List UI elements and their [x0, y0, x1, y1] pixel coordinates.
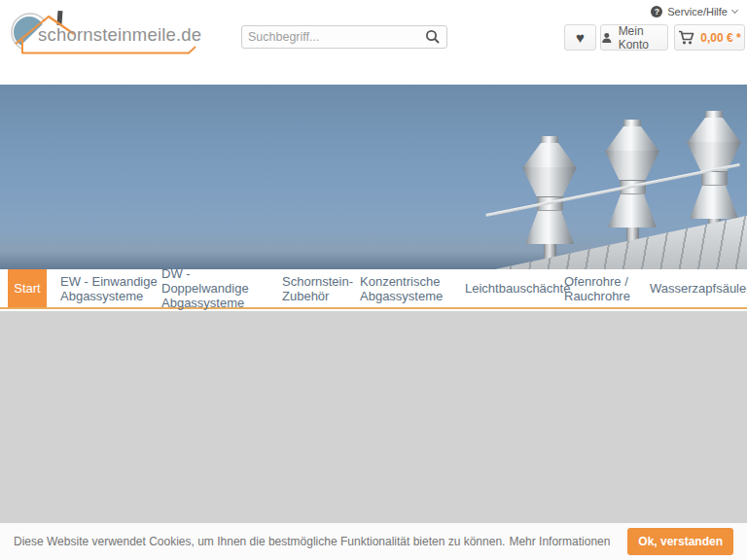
- cookie-message: Diese Website verwendet Cookies, um Ihne…: [14, 535, 505, 548]
- service-help-menu[interactable]: ? Service/Hilfe: [651, 6, 737, 18]
- nav-item-start[interactable]: Start: [8, 269, 47, 307]
- search-icon: [425, 29, 441, 45]
- heart-icon: ♥: [576, 30, 585, 45]
- main-navigation: Start EW - Einwandige Abgassysteme DW - …: [0, 269, 747, 309]
- cart-button[interactable]: 0,00 € *: [674, 24, 745, 51]
- hero-banner-image: [0, 85, 747, 269]
- help-icon: ?: [651, 6, 662, 18]
- nav-item-dw-doppelwandige-abgassysteme[interactable]: DW - Doppelwandige Abgassysteme: [161, 269, 276, 307]
- account-label: Mein Konto: [619, 24, 667, 52]
- chevron-down-icon: [731, 7, 738, 14]
- user-icon: [601, 31, 613, 45]
- search-box: [241, 25, 447, 49]
- content-slider-area: [0, 311, 747, 523]
- nav-item-ofenrohre-rauchrohre[interactable]: Ofenrohre / Rauchrohre: [564, 269, 644, 307]
- cookie-accept-button[interactable]: Ok, verstanden: [627, 528, 733, 555]
- cart-icon: [678, 30, 694, 46]
- header: schornsteinmeile.de ? Service/Hilfe ♥: [0, 0, 747, 84]
- page: schornsteinmeile.de ? Service/Hilfe ♥: [0, 0, 747, 560]
- cart-total: 0,00 € *: [700, 31, 740, 45]
- logo-text: schornsteinmeile.de: [38, 24, 201, 46]
- search-input[interactable]: [242, 30, 419, 44]
- nav-item-konzentrische-abgassysteme[interactable]: Konzentrische Abgassysteme: [360, 269, 455, 307]
- nav-item-schornstein-zubehoer[interactable]: Schornstein-Zubehör: [282, 269, 372, 307]
- service-help-label: Service/Hilfe: [667, 6, 728, 18]
- cookie-banner: Diese Website verwendet Cookies, um Ihne…: [0, 523, 747, 560]
- wishlist-button[interactable]: ♥: [564, 24, 596, 51]
- nav-item-ew-einwandige-abgassysteme[interactable]: EW - Einwandige Abgassysteme: [60, 269, 160, 307]
- nav-item-wasserzapfsaeulen[interactable]: Wasserzapfsäulen: [650, 269, 747, 307]
- cookie-more-info-link[interactable]: Mehr Informationen: [509, 535, 610, 548]
- search-button[interactable]: [419, 26, 446, 48]
- logo[interactable]: schornsteinmeile.de: [8, 4, 217, 58]
- account-button[interactable]: Mein Konto: [600, 24, 668, 51]
- nav-item-leichtbauschaechte[interactable]: Leichtbauschächte: [465, 269, 570, 307]
